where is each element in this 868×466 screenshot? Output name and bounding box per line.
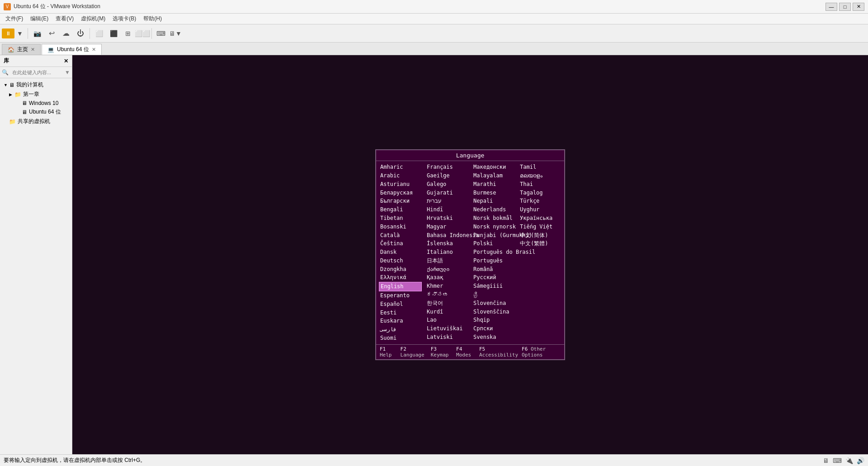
lang-marathi[interactable]: Marathi [472,180,515,189]
window-controls[interactable]: — □ ✕ [826,3,864,11]
tab-ubuntu-close[interactable]: ✕ [92,47,96,52]
view-full[interactable]: ⬛ [107,27,120,40]
lang-korean[interactable]: 한국어 [425,299,468,308]
lang-gujarati[interactable]: Gujarati [425,189,468,197]
lang-english[interactable]: English [379,282,422,291]
menu-view[interactable]: 查看(V) [52,14,77,24]
view-unity[interactable]: ⊞ [121,27,135,40]
lang-suomi[interactable]: Suomi [379,334,422,342]
view-normal[interactable]: ⬜ [92,27,106,40]
toolbar-dropdown[interactable]: ▼ [16,27,24,40]
menu-vm[interactable]: 虚拟机(M) [77,14,109,24]
lang-belarusian[interactable]: Беларуская [379,189,422,197]
tree-my-computer[interactable]: ▼ 🖥 我的计算机 [0,80,72,90]
lang-euskara[interactable]: Euskara [379,317,422,325]
lang-asturianu[interactable]: Asturianu [379,180,422,189]
lang-italiano[interactable]: Italiano [425,248,468,257]
lang-swedish[interactable]: Svenska [472,333,515,342]
lang-catala[interactable]: Català [379,231,422,240]
tab-home[interactable]: 🏠 主页 ✕ [2,44,41,55]
lang-albanian[interactable]: Shqip [472,316,515,324]
lang-bosanski[interactable]: Bosanski [379,223,422,231]
lang-slovak[interactable]: Slovenčina [472,299,515,308]
lang-arabic[interactable]: Arabic [379,171,422,180]
lang-greek[interactable]: Ελληνικά [379,273,422,282]
lang-magyar[interactable]: Magyar [425,223,468,231]
shutdown-button[interactable]: ⏻ [74,27,87,40]
lang-cestina[interactable]: Čeština [379,239,422,248]
lang-hrvatski[interactable]: Hrvatski [425,214,468,223]
lang-gaeilge[interactable]: Gaeilge [425,171,468,180]
search-dropdown-icon[interactable]: ▼ [65,69,70,76]
close-button[interactable]: ✕ [853,3,864,11]
lang-dutch[interactable]: Nederlands [472,205,515,214]
lang-esperanto[interactable]: Esperanto [379,291,422,300]
lang-vietnamese[interactable]: Tiếng Việt [519,223,561,231]
lang-chinese-simplified[interactable]: 中文(简体) [519,231,561,240]
lang-slovenian[interactable]: Slovenščina [472,308,515,316]
lang-farsi[interactable]: فارسی [379,325,422,334]
lang-bahasa[interactable]: Bahasa Indonesia [425,231,468,240]
lang-sinhala[interactable]: ශ්‍රී [472,290,515,299]
suspend-button[interactable]: ☁ [59,27,73,40]
lang-ukrainian[interactable]: Українська [519,214,561,223]
tab-ubuntu[interactable]: 💻 Ubuntu 64 位 ✕ [42,44,102,55]
lang-espanol[interactable]: Español [379,300,422,309]
tree-ubuntu64[interactable]: 🖥 Ubuntu 64 位 [0,107,72,117]
lang-nepali[interactable]: Nepali [472,197,515,205]
lang-kurdish[interactable]: Kurdî [425,308,468,316]
view-fit[interactable]: ⬜⬜ [136,27,149,40]
lang-malayalam2[interactable]: മലയാളം [519,171,561,180]
lang-kazakh[interactable]: Қазақ [425,273,468,282]
lang-latvian[interactable]: Latviski [425,333,468,342]
sidebar-search-input[interactable] [10,69,65,76]
lang-bengali[interactable]: Bengali [379,205,422,214]
lang-pt-brasil[interactable]: Português do Brasil [472,248,515,257]
lang-amharic[interactable]: Amharic [379,163,422,171]
tree-folder-one[interactable]: ▶ 📁 第一章 [0,90,72,99]
screenshot-button[interactable]: 📷 [30,27,44,40]
lang-deutsch[interactable]: Deutsch [379,257,422,265]
menu-file[interactable]: 文件(F) [2,14,27,24]
lang-islenska[interactable]: Íslenska [425,239,468,248]
lang-tibetan[interactable]: Tibetan [379,214,422,223]
vm-screen[interactable]: Language Amharic Arabic Asturianu Белару… [72,55,868,454]
lang-khmer[interactable]: Khmer [425,282,468,290]
lang-uyghur[interactable]: Uyghur [519,205,561,214]
lang-lao[interactable]: Lao [425,316,468,324]
lang-lithuanian[interactable]: Lietuviškai [425,324,468,333]
vm-content-area[interactable]: Language Amharic Arabic Asturianu Белару… [72,55,868,454]
sidebar-close-icon[interactable]: ✕ [64,58,68,64]
send-keys[interactable]: ⌨ [154,27,168,40]
lang-hindi[interactable]: Hindī [425,205,468,214]
lang-tamil[interactable]: Tamil [519,163,561,171]
menu-edit[interactable]: 编辑(E) [27,14,52,24]
lang-turkish[interactable]: Türkçe [519,197,561,205]
lang-chinese-traditional[interactable]: 中文(繁體) [519,239,561,248]
revert-button[interactable]: ↩ [45,27,58,40]
lang-malayalam[interactable]: Malayalam [472,171,515,180]
lang-francais[interactable]: Français [425,163,468,171]
lang-sami[interactable]: Sámegiiii [472,282,515,290]
lang-punjabi[interactable]: Punjabi (Gurmukhi) [472,231,515,240]
lang-bulgarian[interactable]: Български [379,197,422,205]
lang-norsk-bokmal[interactable]: Norsk bokmål [472,214,515,223]
menu-help[interactable]: 帮助(H) [140,14,165,24]
lang-tagalog[interactable]: Tagalog [519,189,561,197]
lang-kannada[interactable]: ಕನ್ನಡ [425,290,468,299]
display-menu[interactable]: 🖥▼ [169,27,182,40]
maximize-button[interactable]: □ [839,3,851,11]
tab-home-close[interactable]: ✕ [31,47,35,52]
lang-norsk-nynorsk[interactable]: Norsk nynorsk [472,223,515,231]
lang-dansk[interactable]: Dansk [379,248,422,257]
lang-georgian[interactable]: ქართული [425,265,468,274]
lang-serbian[interactable]: Српски [472,324,515,333]
minimize-button[interactable]: — [826,3,837,11]
lang-thai[interactable]: Thai [519,180,561,189]
lang-russian[interactable]: Русский [472,273,515,282]
pause-button[interactable]: ⏸ [2,29,14,38]
lang-burmese[interactable]: Burmese [472,189,515,197]
menu-tabs[interactable]: 选项卡(B) [109,14,140,24]
lang-polish[interactable]: Polski [472,239,515,248]
lang-galego[interactable]: Galego [425,180,468,189]
